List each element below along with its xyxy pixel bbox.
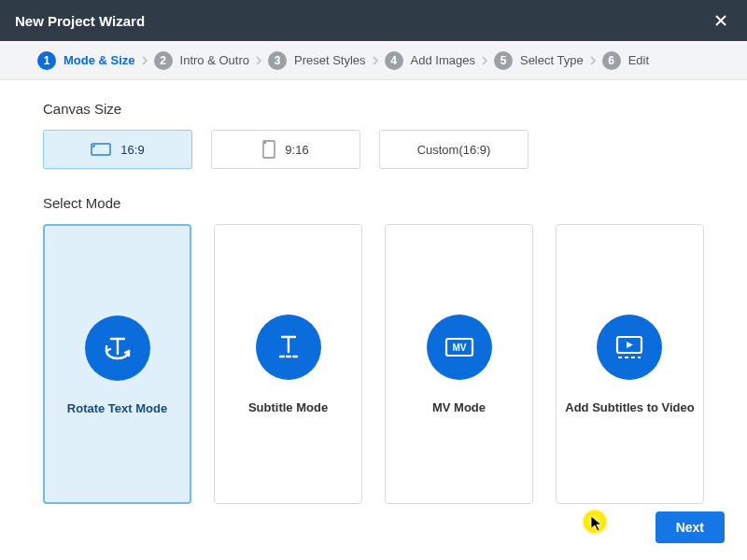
step-label: Preset Styles	[294, 53, 366, 67]
mode-rotate-text[interactable]: Rotate Text Mode	[43, 224, 191, 504]
chevron-right-icon	[589, 55, 597, 66]
mode-label: Rotate Text Mode	[62, 401, 173, 415]
step-add-images[interactable]: 4 Add Images	[385, 51, 475, 70]
close-icon	[714, 14, 727, 27]
canvas-option-custom[interactable]: Custom(16:9)	[379, 130, 529, 169]
portrait-icon	[262, 140, 275, 159]
mode-mv[interactable]: MV MV Mode	[385, 224, 533, 504]
rotate-text-icon	[85, 315, 150, 381]
svg-text:MV: MV	[452, 343, 466, 353]
step-preset-styles[interactable]: 3 Preset Styles	[268, 51, 366, 70]
titlebar: New Project Wizard	[0, 0, 747, 41]
chevron-right-icon	[372, 55, 379, 66]
step-badge: 1	[37, 51, 56, 70]
svg-marker-8	[627, 342, 633, 348]
mode-options: Rotate Text Mode Subtitle Mode MV	[43, 224, 704, 504]
close-button[interactable]	[710, 9, 732, 32]
footer: Next	[655, 511, 725, 543]
step-badge: 5	[494, 51, 513, 70]
chevron-right-icon	[255, 55, 262, 66]
mode-label: Subtitle Mode	[243, 400, 333, 414]
mode-add-subtitles-video[interactable]: Add Subtitles to Video	[556, 224, 704, 504]
mode-subtitle[interactable]: Subtitle Mode	[214, 224, 362, 504]
chevron-right-icon	[141, 55, 148, 66]
step-label: Add Images	[411, 53, 475, 67]
canvas-option-label: 9:16	[285, 143, 308, 157]
mv-icon: MV	[427, 315, 492, 380]
new-project-wizard-dialog: New Project Wizard 1 Mode & Size 2 Intro…	[0, 0, 747, 560]
step-badge: 3	[268, 51, 287, 70]
canvas-size-heading: Canvas Size	[43, 101, 704, 117]
step-badge: 4	[385, 51, 403, 70]
step-badge: 2	[154, 51, 173, 70]
landscape-icon	[91, 143, 111, 156]
dialog-title: New Project Wizard	[15, 13, 145, 29]
mode-label: Add Subtitles to Video	[559, 400, 699, 414]
step-mode-size[interactable]: 1 Mode & Size	[37, 51, 135, 70]
step-intro-outro[interactable]: 2 Intro & Outro	[154, 51, 249, 70]
step-badge: 6	[602, 51, 621, 70]
step-edit[interactable]: 6 Edit	[602, 51, 649, 70]
wizard-steps: 1 Mode & Size 2 Intro & Outro 3 Preset S…	[0, 41, 747, 80]
canvas-option-16-9[interactable]: 16:9	[43, 130, 192, 169]
video-subtitles-icon	[597, 315, 662, 380]
next-button[interactable]: Next	[655, 511, 725, 543]
canvas-option-9-16[interactable]: 9:16	[211, 130, 360, 169]
step-label: Edit	[628, 53, 649, 67]
step-label: Intro & Outro	[180, 53, 249, 67]
step-label: Mode & Size	[63, 53, 135, 67]
canvas-option-label: Custom(16:9)	[417, 143, 491, 157]
select-mode-heading: Select Mode	[43, 195, 704, 211]
canvas-size-options: 16:9 9:16 Custom(16:9)	[43, 130, 704, 169]
step-select-type[interactable]: 5 Select Type	[494, 51, 584, 70]
subtitle-icon	[256, 315, 321, 380]
wizard-content: Canvas Size 16:9 9:16 Custom(16:9) Selec…	[0, 80, 747, 560]
chevron-right-icon	[481, 55, 488, 66]
canvas-option-label: 16:9	[120, 143, 144, 157]
mode-label: MV Mode	[427, 400, 491, 414]
step-label: Select Type	[520, 53, 584, 67]
